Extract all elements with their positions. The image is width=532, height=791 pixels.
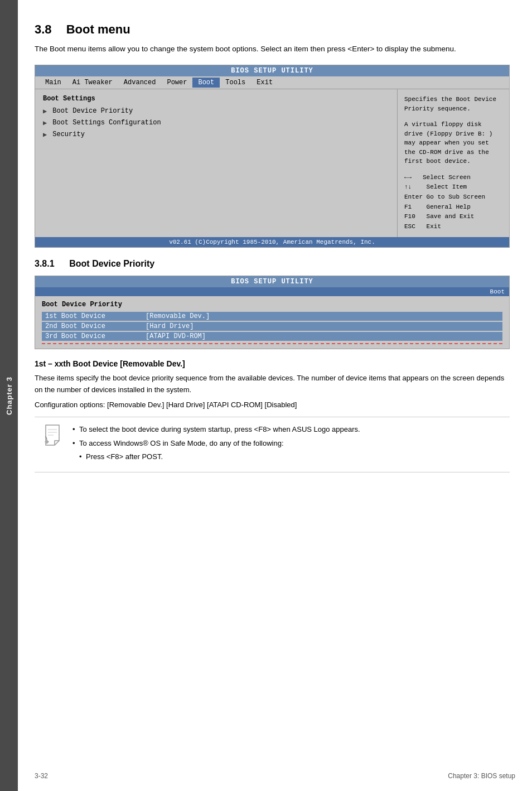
note-item-2-text: To access Windows® OS in Safe Mode, do a… [79, 439, 284, 447]
device-name-1: 1st Boot Device [45, 312, 134, 320]
note-content: To select the boot device during system … [72, 424, 501, 466]
bios-device-row-3: 3rd Boot Device [ATAPI DVD-ROM] [42, 332, 502, 341]
desc-text-2: A virtual floppy disk drive (Floppy Driv… [404, 121, 492, 165]
config-line: Configuration options: [Removable Dev.] … [35, 401, 510, 409]
arrow-icon: ▶ [43, 107, 47, 115]
config-label: Configuration options: [35, 401, 105, 409]
bios-body: Boot Settings ▶ Boot Device Priority ▶ B… [35, 89, 509, 237]
note-item-2: To access Windows® OS in Safe Mode, do a… [72, 438, 501, 462]
bios-nav-main[interactable]: Main [40, 78, 67, 88]
bios-header: BIOS SETUP UTILITY [35, 65, 509, 76]
bios-small-section: Boot Device Priority [42, 301, 502, 308]
section-heading: 3.8 Boot menu [35, 22, 510, 37]
note-box: To select the boot device during system … [35, 417, 510, 473]
note-subitem-1: Press <F8> after POST. [79, 451, 501, 462]
device-value-3: [ATAPI DVD-ROM] [146, 332, 206, 340]
config-options: [Removable Dev.] [Hard Drive] [ATAPI CD-… [107, 401, 297, 409]
device-name-3: 3rd Boot Device [45, 332, 134, 340]
item-para1: These items specify the boot device prio… [35, 373, 510, 396]
bios-menu-boot-settings-config[interactable]: ▶ Boot Settings Configuration [43, 119, 389, 127]
footer-chapter-label: Chapter 3: BIOS setup [448, 772, 515, 780]
bios-device-row-2: 2nd Boot Device [Hard Drive] [42, 322, 502, 331]
desc-text-1: Specifies the Boot Device Priority seque… [404, 96, 496, 112]
main-content: 3.8 Boot menu The Boot menu items allow … [18, 0, 532, 791]
intro-paragraph: The Boot menu items allow you to change … [35, 44, 510, 55]
item-heading: 1st – xxth Boot Device [Removable Dev.] [35, 359, 510, 368]
chapter-sidebar: Chapter 3 [0, 0, 18, 791]
bios-menu-security[interactable]: ▶ Security [43, 131, 389, 139]
key-help-row: Enter Go to Sub Screen [404, 192, 502, 202]
bios-small-subheader: Boot [35, 287, 509, 296]
dashed-separator [42, 343, 502, 344]
bios-nav-boot[interactable]: Boot [192, 78, 220, 88]
bios-nav-ai-tweaker[interactable]: Ai Tweaker [67, 78, 118, 88]
device-value-1: [Removable Dev.] [146, 312, 210, 320]
key-help-row: ↑↓ Select Item [404, 182, 502, 192]
bios-menu-boot-device-priority[interactable]: ▶ Boot Device Priority [43, 107, 389, 115]
bios-footer: v02.61 (C)Copyright 1985-2010, American … [35, 237, 509, 247]
arrow-icon: ▶ [43, 131, 47, 139]
pencil-icon [43, 424, 61, 446]
key-help-row: ←→ Select Screen [404, 173, 502, 183]
footer-page-number: 3-32 [35, 772, 48, 780]
page-footer: 3-32 Chapter 3: BIOS setup [18, 772, 532, 780]
note-list: To select the boot device during system … [72, 424, 501, 462]
bios-nav-bar: Main Ai Tweaker Advanced Power Boot Tool… [35, 76, 509, 89]
bios-left-panel: Boot Settings ▶ Boot Device Priority ▶ B… [35, 89, 398, 237]
bios-nav-tools[interactable]: Tools [220, 78, 251, 88]
note-sublist: Press <F8> after POST. [79, 451, 501, 462]
key-help-row: F10 Save and Exit [404, 212, 502, 222]
desc-block-2: A virtual floppy disk drive (Floppy Driv… [404, 120, 502, 166]
bios-key-help: ←→ Select Screen ↑↓ Select Item Enter Go… [404, 173, 502, 232]
bios-menu-item-label: Security [52, 131, 85, 138]
bios-utility-box: BIOS SETUP UTILITY Main Ai Tweaker Advan… [35, 65, 510, 248]
subsection-number: 3.8.1 [35, 259, 55, 268]
bios-nav-exit[interactable]: Exit [251, 78, 278, 88]
arrow-icon: ▶ [43, 119, 47, 127]
bios-small-active-tab: Boot [490, 288, 505, 295]
note-item-1: To select the boot device during system … [72, 424, 501, 435]
device-value-2: [Hard Drive] [146, 322, 194, 330]
bios-small-inner: Boot Device Priority 1st Boot Device [Re… [35, 296, 509, 349]
desc-block-1: Specifies the Boot Device Priority seque… [404, 95, 502, 113]
chapter-label: Chapter 3 [5, 377, 13, 415]
bios-small-header: BIOS SETUP UTILITY [35, 276, 509, 287]
bios-device-row-1: 1st Boot Device [Removable Dev.] [42, 312, 502, 321]
bios-right-text: Specifies the Boot Device Priority seque… [404, 95, 502, 231]
bios-nav-advanced[interactable]: Advanced [118, 78, 162, 88]
bios-right-panel: Specifies the Boot Device Priority seque… [398, 89, 509, 237]
bios-small-box: BIOS SETUP UTILITY Boot Boot Device Prio… [35, 276, 510, 349]
key-help-row: ESC Exit [404, 222, 502, 232]
note-icon [43, 424, 64, 448]
bios-section-title: Boot Settings [43, 95, 389, 103]
subsection-heading: 3.8.1 Boot Device Priority [35, 259, 510, 269]
section-number: 3.8 [35, 22, 52, 36]
key-help-row: F1 General Help [404, 202, 502, 213]
bios-menu-item-label: Boot Device Priority [52, 107, 133, 115]
bios-menu-item-label: Boot Settings Configuration [52, 119, 161, 127]
subsection-title-text: Boot Device Priority [69, 259, 154, 268]
bios-nav-power[interactable]: Power [161, 78, 192, 88]
section-title-text: Boot menu [66, 22, 130, 36]
device-name-2: 2nd Boot Device [45, 322, 134, 330]
